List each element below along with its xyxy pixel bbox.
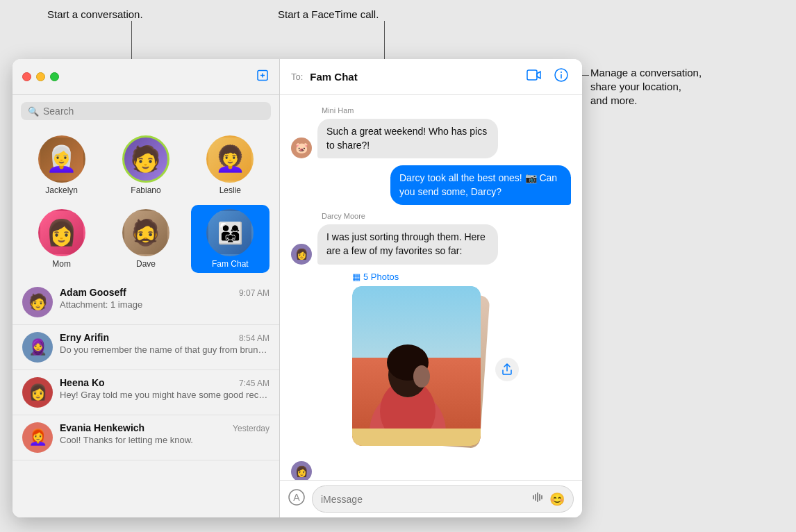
conv-preview-adam: Attachment: 1 image — [60, 299, 270, 310]
conv-time-adam: 9:07 AM — [239, 288, 270, 298]
svg-rect-18 — [537, 492, 538, 502]
conv-header-heena: Heena Ko 7:45 AM — [60, 377, 270, 388]
conv-name-adam: Adam Gooseff — [60, 287, 126, 298]
message-input[interactable] — [321, 494, 526, 505]
msg-group-miniham: Mini Ham 🐷 Such a great weekend! Who has… — [291, 106, 571, 158]
pinned-name-famchat: Fam Chat — [212, 259, 249, 269]
info-button[interactable] — [552, 65, 571, 88]
conv-content-heena: Heena Ko 7:45 AM Hey! Gray told me you m… — [60, 377, 270, 400]
conv-name-erny: Erny Arifin — [60, 332, 109, 343]
share-button[interactable] — [495, 358, 519, 381]
conv-time-evania: Yesterday — [233, 424, 270, 433]
pinned-avatar-leslie: 👩‍🦱 — [206, 135, 254, 183]
conv-avatar-adam: 🧑 — [22, 287, 53, 317]
conv-item-adam[interactable]: 🧑 Adam Gooseff 9:07 AM Attachment: 1 ima… — [13, 280, 279, 325]
conv-preview-evania: Cool! Thanks for letting me know. — [60, 435, 270, 445]
conv-avatar-erny: 🧕 — [22, 332, 53, 363]
pinned-name-mom: Mom — [52, 259, 71, 269]
msg-row-sent: Darcy took all the best ones! 📷 Can you … — [291, 165, 571, 205]
pinned-name-jackelyn: Jackelyn — [45, 185, 78, 195]
pinned-item-jackelyn[interactable]: 👩‍🦳 Jackelyn — [22, 131, 101, 199]
pinned-item-dave[interactable]: 🧔 Dave — [106, 205, 185, 273]
chat-recipient: Fam Chat — [310, 71, 517, 83]
annotation-line-conversation — [131, 21, 132, 59]
conv-header-evania: Evania Henkewich Yesterday — [60, 422, 270, 433]
chat-header: To: Fam Chat — [280, 59, 582, 95]
pinned-item-fabiano[interactable]: 🧑 Fabiano — [106, 131, 185, 199]
photos-label: 5 Photos — [363, 272, 399, 282]
pinned-item-mom[interactable]: 👩 Mom — [22, 205, 101, 273]
svg-text:A: A — [293, 492, 300, 503]
close-button[interactable] — [22, 72, 31, 81]
conv-item-evania[interactable]: 👩‍🦰 Evania Henkewich Yesterday Cool! Tha… — [13, 415, 279, 460]
conv-avatar-heena: 👩 — [22, 377, 53, 408]
pinned-name-dave: Dave — [136, 259, 156, 269]
msg-bubble-sent: Darcy took all the best ones! 📷 Can you … — [390, 165, 571, 205]
messages-area[interactable]: Mini Ham 🐷 Such a great weekend! Who has… — [280, 95, 582, 480]
msg-avatar-darcy-2: 👩 — [291, 461, 312, 480]
pinned-avatar-fabiano: 🧑 — [122, 135, 169, 183]
sidebar: 🔍 👩‍🦳 Jackelyn 🧑 Fabiano 👩‍🦱 — [13, 59, 280, 517]
msg-group-darcy: Darcy Moore 👩 I was just sorting through… — [291, 212, 571, 480]
conversation-list: 🧑 Adam Gooseff 9:07 AM Attachment: 1 ima… — [13, 280, 279, 517]
minimize-button[interactable] — [36, 72, 45, 81]
pinned-avatar-famchat: 👨‍👩‍👧 — [206, 209, 254, 256]
annotation-manage-1: Manage a conversation, — [590, 67, 702, 78]
conv-item-erny[interactable]: 🧕 Erny Arifin 8:54 AM Do you remember th… — [13, 325, 279, 370]
compose-button[interactable] — [256, 68, 270, 85]
annotation-start-conversation: Start a conversation. — [47, 8, 143, 20]
msg-row-miniham: 🐷 Such a great weekend! Who has pics to … — [291, 119, 571, 158]
svg-rect-3 — [527, 70, 537, 80]
conv-preview-heena: Hey! Gray told me you might have some go… — [60, 390, 270, 400]
annotation-manage-3: and more. — [590, 94, 638, 106]
pinned-avatar-mom: 👩 — [38, 209, 85, 256]
person-silhouette — [352, 321, 481, 446]
photo-main[interactable] — [352, 286, 481, 446]
chat-input-area: A 😊 — [280, 480, 582, 517]
msg-row-darcy: 👩 I was just sorting through them. Here … — [291, 224, 571, 264]
svg-rect-16 — [533, 495, 534, 499]
pinned-grid: 👩‍🦳 Jackelyn 🧑 Fabiano 👩‍🦱 Leslie 👩 — [13, 127, 279, 280]
pinned-avatar-dave: 🧔 — [122, 209, 169, 256]
traffic-lights — [22, 72, 59, 81]
msg-avatar-darcy: 👩 — [291, 244, 312, 265]
apps-button[interactable]: A — [288, 489, 305, 510]
facetime-button[interactable] — [524, 66, 545, 88]
search-input[interactable] — [43, 106, 264, 117]
msg-avatar-miniham: 🐷 — [291, 138, 312, 158]
svg-rect-17 — [535, 494, 536, 501]
svg-rect-19 — [539, 494, 540, 501]
pinned-item-leslie[interactable]: 👩‍🦱 Leslie — [191, 131, 270, 199]
msg-bubble-darcy: I was just sorting through them. Here ar… — [317, 224, 498, 264]
annotation-line-facetime — [384, 21, 385, 59]
conv-content-evania: Evania Henkewich Yesterday Cool! Thanks … — [60, 422, 270, 445]
chat-area: To: Fam Chat Mini Ham — [280, 59, 582, 517]
audio-button[interactable] — [531, 491, 544, 507]
emoji-button[interactable]: 😊 — [549, 492, 565, 507]
msg-bubble-miniham: Such a great weekend! Who has pics to sh… — [317, 119, 498, 158]
conv-avatar-evania: 👩‍🦰 — [22, 422, 53, 453]
svg-point-12 — [413, 365, 430, 388]
pinned-avatar-jackelyn: 👩‍🦳 — [38, 135, 85, 183]
msg-sender-miniham: Mini Ham — [322, 106, 571, 115]
conv-time-heena: 7:45 AM — [239, 379, 270, 388]
sidebar-titlebar — [13, 59, 279, 95]
grid-icon: ▦ — [352, 272, 360, 282]
photo-collage[interactable] — [352, 286, 491, 453]
conv-name-evania: Evania Henkewich — [60, 422, 144, 433]
conv-item-heena[interactable]: 👩 Heena Ko 7:45 AM Hey! Gray told me you… — [13, 370, 279, 415]
messages-window: 🔍 👩‍🦳 Jackelyn 🧑 Fabiano 👩‍🦱 — [13, 59, 582, 517]
photo-person — [352, 286, 481, 446]
message-input-wrap[interactable]: 😊 — [312, 485, 574, 513]
pinned-item-famchat[interactable]: 👨‍👩‍👧 Fam Chat — [191, 205, 270, 273]
msg-row-darcy-2: 👩 — [291, 461, 571, 480]
photos-block: ▦ 5 Photos — [322, 272, 571, 453]
msg-sender-darcy: Darcy Moore — [322, 212, 571, 220]
fullscreen-button[interactable] — [50, 72, 59, 81]
conv-header-erny: Erny Arifin 8:54 AM — [60, 332, 270, 343]
conv-header-adam: Adam Gooseff 9:07 AM — [60, 287, 270, 298]
svg-rect-20 — [541, 495, 542, 499]
photos-count: ▦ 5 Photos — [352, 272, 571, 282]
search-bar[interactable]: 🔍 — [21, 102, 271, 120]
pinned-name-fabiano: Fabiano — [131, 185, 160, 195]
